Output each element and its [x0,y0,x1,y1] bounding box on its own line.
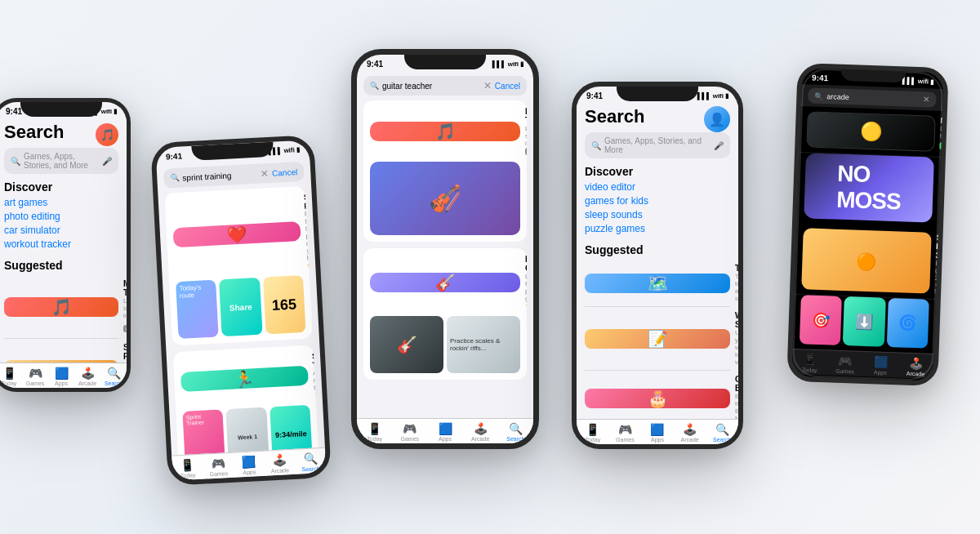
tab-search-3[interactable]: 🔍 Search [498,422,533,442]
tab-today-4[interactable]: 📱 Today [577,423,609,443]
tab-bar-1: 📱 Today 🎮 Games 🟦 Apps 🕹️ Arcade 🔍 Searc… [0,363,127,388]
notch-5 [840,69,906,83]
tab-arcade-icon-4: 🕹️ [683,423,697,436]
tab-apps-5[interactable]: 🟦 Apps [862,355,898,376]
tab-bar-4: 📱 Today 🎮 Games 🟦 Apps 🕹️ Arcade 🔍 Searc… [577,419,738,444]
status-icons-2: ▌▌▌ wifi ▮ [268,145,300,154]
suggested-section-4: Suggested 🗺️ TripTrek Travel, track, and… [585,240,730,419]
tab-games-icon-3: 🎮 [403,422,416,435]
discover-link-workout-tracker[interactable]: workout tracker [4,238,118,250]
discover-link-car-simulator[interactable]: car simulator [4,225,118,236]
discover-link-puzzle-games[interactable]: puzzle games [585,223,730,234]
app-item-sand-racing: 🏎️ Sand Racing Kick up some sand! ★★★★★ … [4,339,118,363]
tab-search-icon-1: 🔍 [107,367,121,380]
arcade-query-text: arcade [826,92,920,104]
discover-link-games-for-kids[interactable]: games for kids [585,195,730,207]
search-bar-3[interactable]: 🔍 guitar teacher ✕ Cancel [363,76,527,96]
result-header-music-teacher-3: 🎵 Music Teacher Learn string instruments… [363,100,527,162]
tab-apps-1[interactable]: 🟦 Apps [48,367,74,386]
search-bar-1[interactable]: 🔍 Games, Apps, Stories, and More 🎤 [4,148,118,174]
signal-icon-3: ▌▌▌ [492,60,506,68]
discover-link-sleep-sounds[interactable]: sleep sounds [585,209,730,220]
clear-button-2[interactable]: ✕ [261,167,270,180]
result-name-sprint-trainer: Sprint Trainer [312,352,313,370]
screenshot-lg-2: Practice scales & rockin' riffs... [447,316,520,373]
tab-apps-4[interactable]: 🟦 Apps [641,423,674,443]
tab-search-1[interactable]: 🔍 Search [100,367,127,386]
result-icon-music-teacher-3: 🎵 [370,122,520,141]
user-avatar-1[interactable]: 🎵 [96,123,118,146]
status-icons-5: ▌▌▌ wifi ▮ [902,77,934,85]
cancel-button-2[interactable]: Cancel [272,167,298,178]
tab-arcade-5[interactable]: 🕹️ Arcade [898,356,933,376]
tab-arcade-1[interactable]: 🕹️ Arcade [74,367,100,386]
discover-link-video-editor[interactable]: video editor [585,181,730,193]
tab-apps-icon-5: 🟦 [873,355,888,369]
search-title-1: Search [4,122,64,143]
tab-arcade-3[interactable]: 🕹️ Arcade [463,422,498,442]
stackball-shot-2: ⬇️ [843,296,885,347]
arcade-clear-button[interactable]: ✕ [923,95,929,104]
discover-link-art-games[interactable]: art games [4,197,118,208]
result-sprint-trainer: 🏃 Sprint Trainer Augmented reality train… [173,345,320,455]
iap-label-sprint-trainer: In-App Purchases [318,376,319,388]
search-bar-4[interactable]: 🔍 Games, Apps, Stories, and More 🎤 [585,132,730,158]
stackball-screenshots: 🎯 ⬇️ 🌀 [793,295,936,354]
tab-arcade-4[interactable]: 🕹️ Arcade [674,423,706,443]
tab-search-icon-2: 🔍 [303,452,318,465]
nomoss-banner: NOMOSS [804,153,934,222]
discover-link-photo-editing[interactable]: photo editing [4,211,118,222]
screenshot-lg-1: 🎸 [370,316,443,373]
tab-arcade-icon-1: 🕹️ [81,367,95,380]
discover-section-4: Discover video editor games for kids sle… [585,162,730,240]
search-bar-2[interactable]: 🔍 sprint training ✕ Cancel [163,162,305,189]
cancel-button-3[interactable]: Cancel [495,82,520,91]
app-item-music-teacher: 🎵 Music Teacher Learn string instruments… [4,275,118,339]
result-stars-learn-guitar: ★★★★★ [525,302,527,309]
tab-today-5[interactable]: 📱 Today [792,353,828,373]
tab-search-2[interactable]: 🔍 Search [295,452,327,473]
search-icon-4: 🔍 [591,141,601,150]
screenshot-st-1: Sprint Trainer [182,409,225,455]
tab-games-4[interactable]: 🎮 Games [609,423,642,443]
tab-arcade-label-4: Arcade [680,437,698,443]
tab-games-icon-4: 🎮 [618,423,632,436]
tab-games-5[interactable]: 🎮 Games [827,354,863,374]
tab-apps-2[interactable]: 🟦 Apps [234,455,265,476]
tab-games-3[interactable]: 🎮 Games [392,422,427,442]
result-info-sprint-trainer: Sprint Trainer Augmented reality trainin… [312,352,314,398]
get-button-sprint-pacer[interactable]: GET [310,222,313,237]
arcade-app-stackball: 🟠 Stack Ball 3D Best game of 2019? ★★★★★… [795,223,938,300]
search-icon-1: 🔍 [11,157,20,166]
tab-games-1[interactable]: 🎮 Games [22,367,48,386]
wifi-icon-5: wifi [918,78,929,85]
result-info-sprint-pacer: Sprint Pacer Run to the pace of your hea… [304,193,308,269]
app-item-word-search: 📝 Word Search Use your words to win. GET… [585,307,730,371]
tab-apps-3[interactable]: 🟦 Apps [427,422,462,442]
notch-4 [617,87,698,101]
arcade-desc-nomoss: Let the good times roll. [940,125,944,141]
notch-1 [20,102,102,117]
user-avatar-4[interactable]: 👤 [704,106,730,132]
tab-search-label-2: Search [301,465,320,472]
result-icon-sprint-trainer: 🏃 [180,365,309,391]
clear-button-3[interactable]: ✕ [483,80,492,91]
get-button-sprint-trainer[interactable]: GET [318,363,320,377]
result-name-sprint-pacer: Sprint Pacer [304,193,305,211]
tab-games-2[interactable]: 🎮 Games [203,456,234,478]
tab-today-label-4: Today [585,437,600,443]
tab-today-2[interactable]: 📱 Today [172,458,203,479]
tab-arcade-2[interactable]: 🕹️ Arcade [264,453,296,474]
tab-today-3[interactable]: 📱 Today [357,422,392,442]
tab-games-label-4: Games [616,437,635,443]
arcade-search-bar[interactable]: 🔍 arcade ✕ [808,87,937,107]
tab-today-icon-4: 📱 [586,423,599,436]
time-3: 9:41 [367,60,383,69]
discover-title-4: Discover [585,165,730,178]
tab-search-4[interactable]: 🔍 Search [706,423,738,443]
tab-today-1[interactable]: 📱 Today [0,367,22,386]
wifi-icon-4: wifi [713,92,724,100]
tab-arcade-label-3: Arcade [471,436,489,442]
tab-today-label-2: Today [180,472,196,478]
battery-icon-5: ▮ [930,78,933,85]
